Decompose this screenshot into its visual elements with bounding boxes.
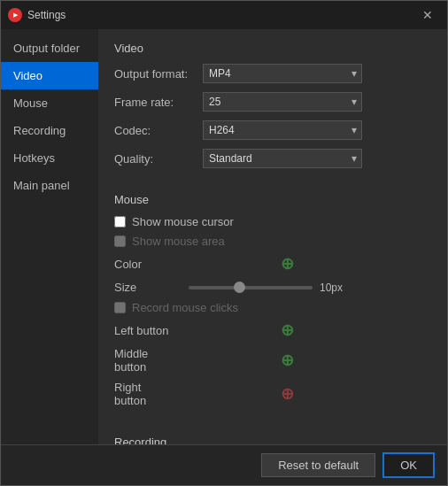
sidebar-item-recording[interactable]: Recording	[1, 117, 98, 144]
sidebar-item-hotkeys[interactable]: Hotkeys	[1, 144, 98, 172]
main-panel: Video Output format: MP4 AVI MKV Frame r…	[98, 29, 447, 444]
frame-rate-wrapper: 25 30 60	[203, 92, 362, 112]
size-row: Size 10px	[114, 281, 431, 294]
left-button-color-icon[interactable]: ⊕	[281, 320, 294, 340]
video-section-title: Video	[114, 42, 431, 55]
frame-rate-row: Frame rate: 25 30 60	[114, 92, 431, 112]
show-cursor-row: Show mouse cursor	[114, 215, 431, 228]
show-area-label: Show mouse area	[132, 235, 225, 248]
color-row: Color ⊕	[114, 254, 431, 274]
codec-row: Codec: H264 H265	[114, 120, 431, 140]
sidebar-item-main-panel[interactable]: Main panel	[1, 172, 98, 199]
codec-select[interactable]: H264 H265	[203, 120, 362, 140]
record-clicks-row: Record mouse clicks	[114, 301, 431, 314]
ok-button[interactable]: OK	[382, 452, 435, 478]
show-cursor-checkbox[interactable]	[114, 216, 126, 228]
frame-rate-label: Frame rate:	[114, 96, 203, 109]
sidebar-item-output-folder[interactable]: Output folder	[1, 35, 98, 62]
close-button[interactable]: ✕	[415, 6, 440, 24]
left-button-label: Left button	[114, 324, 176, 337]
size-label: Size	[114, 281, 176, 294]
sidebar: Output folder Video Mouse Recording Hotk…	[1, 29, 98, 444]
right-button-label: Right button	[114, 381, 176, 407]
codec-wrapper: H264 H265	[203, 120, 362, 140]
size-slider[interactable]	[189, 286, 313, 289]
middle-button-color-icon[interactable]: ⊕	[281, 351, 294, 370]
settings-window: Settings ✕ Output folder Video Mouse Rec…	[0, 0, 448, 486]
recording-section-title: Recording	[114, 436, 431, 444]
show-cursor-label: Show mouse cursor	[132, 215, 234, 228]
content-area: Output folder Video Mouse Recording Hotk…	[1, 29, 447, 444]
output-format-label: Output format:	[114, 67, 203, 81]
mouse-section-title: Mouse	[114, 193, 431, 206]
codec-label: Codec:	[114, 124, 203, 137]
color-picker-icon[interactable]: ⊕	[281, 254, 294, 274]
quality-select[interactable]: Standard Low High	[203, 149, 362, 168]
titlebar: Settings ✕	[1, 1, 447, 29]
right-button-color-icon[interactable]: ⊕	[281, 384, 294, 404]
show-area-checkbox[interactable]	[114, 235, 126, 247]
reset-button[interactable]: Reset to default	[261, 453, 375, 477]
output-format-wrapper: MP4 AVI MKV	[203, 64, 362, 83]
record-clicks-label: Record mouse clicks	[132, 301, 238, 314]
output-format-select[interactable]: MP4 AVI MKV	[203, 64, 362, 83]
window-title: Settings	[27, 9, 66, 21]
quality-row: Quality: Standard Low High	[114, 149, 431, 168]
middle-button-row: Middle button ⊕	[114, 347, 431, 374]
middle-button-label: Middle button	[114, 347, 176, 374]
footer: Reset to default OK	[1, 444, 447, 485]
quality-wrapper: Standard Low High	[203, 149, 362, 168]
show-area-row: Show mouse area	[114, 235, 431, 248]
sidebar-item-mouse[interactable]: Mouse	[1, 89, 98, 117]
sidebar-item-video[interactable]: Video	[1, 62, 98, 89]
quality-label: Quality:	[114, 152, 203, 166]
app-icon	[8, 8, 22, 22]
right-button-row: Right button ⊕	[114, 381, 431, 407]
color-label: Color	[114, 258, 176, 271]
titlebar-left: Settings	[8, 8, 66, 22]
size-value: 10px	[320, 282, 343, 294]
output-format-row: Output format: MP4 AVI MKV	[114, 64, 431, 83]
record-clicks-checkbox[interactable]	[114, 302, 126, 313]
left-button-row: Left button ⊕	[114, 320, 431, 340]
frame-rate-select[interactable]: 25 30 60	[203, 92, 362, 112]
